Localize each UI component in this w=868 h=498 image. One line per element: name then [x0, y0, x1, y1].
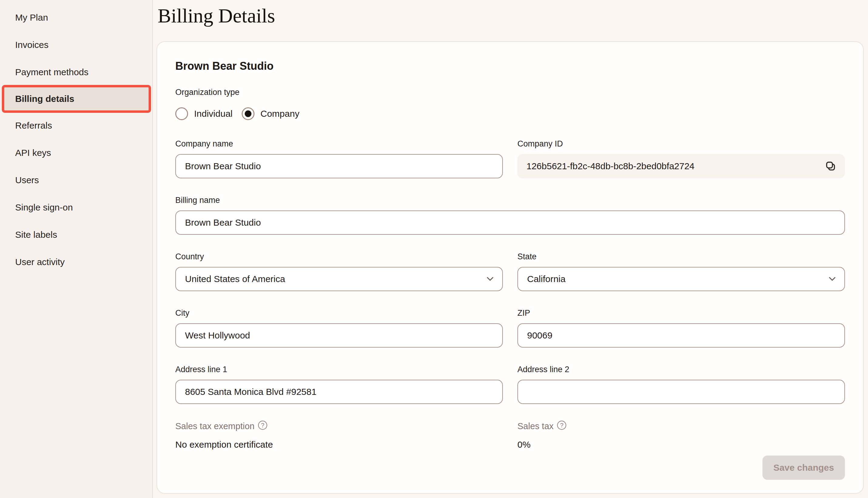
sales-tax-label: Sales tax [517, 421, 553, 431]
address-line-2-input[interactable] [517, 380, 845, 404]
sales-tax-group: Sales tax ? 0% [517, 420, 845, 450]
radio-individual-icon[interactable] [175, 107, 188, 120]
zip-label: ZIP [517, 307, 845, 318]
help-icon[interactable]: ? [557, 421, 566, 430]
sidebar-item-invoices[interactable]: Invoices [0, 33, 152, 57]
sidebar-item-users[interactable]: Users [0, 168, 152, 192]
radio-company-label: Company [261, 108, 299, 119]
radio-company-icon[interactable] [242, 107, 254, 120]
city-field-group: City [175, 307, 503, 348]
state-select[interactable]: California [517, 267, 845, 291]
copy-button[interactable] [824, 159, 838, 173]
sidebar-item-single-sign-on[interactable]: Single sign-on [0, 195, 152, 220]
address-line-1-field-group: Address line 1 [175, 364, 503, 404]
sidebar-item-referrals[interactable]: Referrals [0, 114, 152, 138]
state-value: California [527, 274, 566, 284]
sales-tax-exemption-group: Sales tax exemption ? No exemption certi… [175, 420, 503, 450]
country-field-group: Country United States of America [175, 251, 503, 291]
zip-field-group: ZIP [517, 307, 845, 348]
sales-tax-exemption-label: Sales tax exemption [175, 421, 254, 431]
settings-sidebar: My Plan Invoices Payment methods Billing… [0, 0, 153, 498]
address-line-1-input[interactable] [175, 380, 503, 404]
company-id-value: 126b5621-fb2c-48db-bc8b-2bed0bfa2724 [526, 161, 695, 171]
country-select[interactable]: United States of America [175, 267, 503, 291]
address-line-1-label: Address line 1 [175, 364, 503, 375]
billing-name-input[interactable] [175, 210, 845, 235]
organization-type-group: Organization type Individual Company [175, 87, 845, 120]
zip-input[interactable] [517, 323, 845, 348]
chevron-down-icon [829, 277, 836, 281]
copy-icon [825, 160, 837, 172]
sidebar-item-payment-methods[interactable]: Payment methods [0, 60, 152, 84]
billing-details-card: Brown Bear Studio Organization type Indi… [157, 41, 864, 494]
state-field-group: State California [517, 251, 845, 291]
sidebar-item-my-plan[interactable]: My Plan [0, 5, 152, 30]
chevron-down-icon [486, 277, 494, 281]
country-label: Country [175, 251, 503, 262]
address-line-2-field-group: Address line 2 [517, 364, 845, 404]
state-label: State [517, 251, 845, 262]
sales-tax-exemption-value: No exemption certificate [175, 440, 503, 450]
company-id-field-group: Company ID 126b5621-fb2c-48db-bc8b-2bed0… [517, 138, 845, 178]
city-label: City [175, 307, 503, 318]
radio-option-individual[interactable]: Individual [175, 107, 233, 120]
organization-type-label: Organization type [175, 87, 845, 98]
billing-name-label: Billing name [175, 195, 845, 206]
sidebar-item-api-keys[interactable]: API keys [0, 141, 152, 165]
company-heading: Brown Bear Studio [175, 59, 845, 74]
main-content: Billing Details Brown Bear Studio Organi… [153, 0, 868, 498]
save-changes-button[interactable]: Save changes [762, 456, 845, 480]
page-title: Billing Details [158, 2, 864, 29]
company-name-input[interactable] [175, 154, 503, 178]
company-id-label: Company ID [517, 138, 845, 149]
sidebar-item-user-activity[interactable]: User activity [0, 250, 152, 274]
radio-option-company[interactable]: Company [242, 107, 299, 120]
company-name-field-group: Company name [175, 138, 503, 178]
sidebar-item-site-labels[interactable]: Site labels [0, 223, 152, 247]
billing-name-field-group: Billing name [175, 195, 845, 235]
city-input[interactable] [175, 323, 503, 348]
help-icon[interactable]: ? [258, 421, 267, 430]
country-value: United States of America [185, 274, 285, 284]
company-id-value-box: 126b5621-fb2c-48db-bc8b-2bed0bfa2724 [517, 154, 845, 178]
address-line-2-label: Address line 2 [517, 364, 845, 375]
company-name-label: Company name [175, 138, 503, 149]
radio-individual-label: Individual [194, 108, 233, 119]
sales-tax-value: 0% [517, 440, 845, 450]
sidebar-item-billing-details[interactable]: Billing details [4, 87, 149, 110]
